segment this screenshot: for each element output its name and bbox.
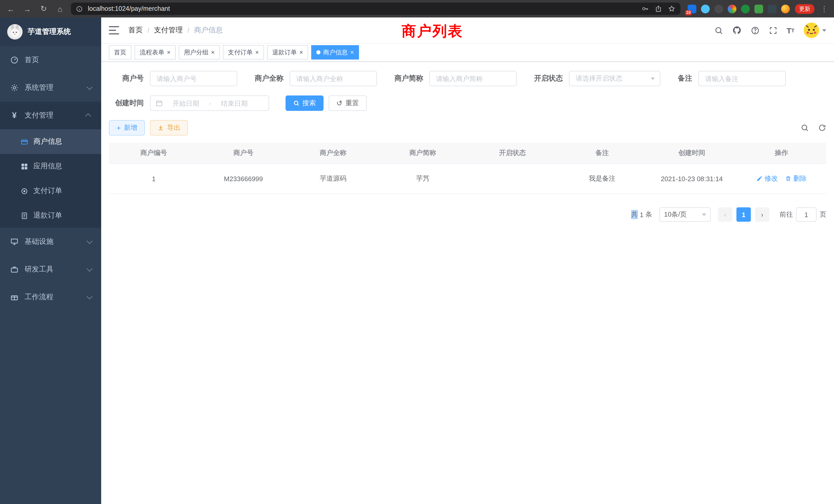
close-icon[interactable] bbox=[350, 49, 354, 55]
fullscreen-icon[interactable] bbox=[769, 26, 777, 35]
sidebar: 芋道管理系统 首页 系统管理 ¥ 支付管理 bbox=[0, 18, 101, 504]
end-date-input[interactable] bbox=[214, 99, 255, 108]
tab-user-group[interactable]: 用户分组 bbox=[179, 45, 220, 60]
github-icon[interactable] bbox=[732, 26, 741, 35]
info-icon[interactable] bbox=[76, 5, 83, 12]
search-icon bbox=[293, 100, 300, 106]
app-title: 芋道管理系统 bbox=[28, 27, 71, 37]
breadcrumb-separator: / bbox=[188, 26, 190, 35]
cell-merchant-no: M233666999 bbox=[198, 175, 288, 182]
tab-process-form[interactable]: 流程表单 bbox=[135, 45, 176, 60]
reset-button-label: 重置 bbox=[345, 98, 359, 108]
refresh-table-icon[interactable] bbox=[818, 124, 826, 132]
browser-menu-icon[interactable] bbox=[820, 5, 829, 13]
sidebar-item-workflow[interactable]: 工作流程 bbox=[0, 283, 101, 311]
sidebar-item-refund-orders[interactable]: 退款订单 bbox=[0, 203, 101, 228]
total-suffix: 条 bbox=[645, 210, 652, 219]
close-icon[interactable] bbox=[211, 49, 215, 55]
create-time-range-picker[interactable]: - bbox=[150, 95, 269, 111]
edit-link[interactable]: 修改 bbox=[756, 174, 778, 183]
breadcrumb-home[interactable]: 首页 bbox=[128, 26, 143, 35]
merchant-no-input[interactable] bbox=[150, 71, 237, 86]
toggle-search-icon[interactable] bbox=[800, 124, 809, 132]
chevron-down-icon bbox=[87, 84, 93, 90]
tab-label: 流程表单 bbox=[140, 48, 164, 57]
extension-icon-check[interactable] bbox=[741, 4, 750, 13]
prev-page-button[interactable]: ‹ bbox=[718, 207, 732, 222]
active-dot bbox=[316, 50, 321, 54]
col-create-time: 创建时间 bbox=[647, 148, 737, 158]
search-icon[interactable] bbox=[714, 26, 723, 35]
full-name-input[interactable] bbox=[290, 71, 377, 86]
home-icon[interactable]: ⌂ bbox=[54, 3, 66, 14]
grid-icon bbox=[21, 162, 28, 170]
delete-link[interactable]: 删除 bbox=[785, 174, 807, 183]
next-page-button[interactable]: › bbox=[755, 207, 769, 222]
pagination: 共 1 条 10条/页 ‹ 1 › 前往 bbox=[109, 207, 826, 222]
gear-icon bbox=[10, 84, 19, 92]
goto-page-input[interactable] bbox=[796, 207, 816, 222]
export-button[interactable]: 导出 bbox=[150, 120, 188, 136]
close-icon[interactable] bbox=[167, 49, 171, 55]
sidebar-item-app-info[interactable]: 应用信息 bbox=[0, 154, 101, 179]
refresh-icon: ↺ bbox=[336, 99, 342, 107]
sidebar-item-system[interactable]: 系统管理 bbox=[0, 74, 101, 101]
extension-icon-green[interactable] bbox=[754, 4, 763, 13]
breadcrumb-payment[interactable]: 支付管理 bbox=[154, 26, 183, 35]
address-bar[interactable] bbox=[71, 3, 680, 15]
extension-icon-dark[interactable] bbox=[714, 4, 723, 13]
user-menu[interactable] bbox=[804, 23, 826, 38]
avatar bbox=[804, 23, 819, 38]
breadcrumb: 首页 / 支付管理 / 商户信息 bbox=[128, 26, 223, 35]
chevron-down-icon bbox=[87, 294, 93, 299]
page-1-button[interactable]: 1 bbox=[737, 207, 751, 222]
sidebar-item-label: 首页 bbox=[25, 55, 39, 65]
breadcrumb-separator: / bbox=[147, 26, 150, 35]
extension-icon-avatar[interactable] bbox=[728, 4, 737, 13]
forward-icon[interactable]: → bbox=[22, 3, 33, 14]
font-size-icon[interactable]: TT bbox=[787, 26, 794, 35]
tab-label: 首页 bbox=[114, 48, 126, 57]
back-icon[interactable]: ← bbox=[5, 3, 17, 14]
browser-update-button[interactable]: 更新 bbox=[795, 4, 814, 14]
pagination-total: 共 1 条 bbox=[631, 210, 652, 219]
help-icon[interactable] bbox=[750, 26, 759, 35]
tab-home[interactable]: 首页 bbox=[109, 45, 131, 60]
password-key-icon[interactable] bbox=[641, 5, 649, 12]
chevron-down-icon bbox=[87, 266, 93, 272]
close-icon[interactable] bbox=[255, 49, 259, 55]
sidebar-item-payment[interactable]: ¥ 支付管理 bbox=[0, 101, 101, 129]
url-input[interactable] bbox=[87, 5, 637, 13]
extension-icon-face[interactable] bbox=[781, 4, 790, 13]
hamburger-icon[interactable] bbox=[109, 26, 119, 35]
share-icon[interactable] bbox=[655, 5, 662, 12]
search-button[interactable]: 搜索 bbox=[286, 95, 324, 111]
tab-label: 用户分组 bbox=[184, 48, 208, 57]
add-button[interactable]: + 新增 bbox=[109, 120, 145, 136]
cell-create-time: 2021-10-23 08:31:14 bbox=[647, 175, 737, 182]
tab-merchant-info[interactable]: 商户信息 bbox=[311, 45, 359, 60]
extension-icon-grid[interactable]: 10 bbox=[688, 4, 696, 13]
sidebar-item-label: 系统管理 bbox=[25, 83, 53, 92]
extension-icon-puzzle[interactable] bbox=[768, 4, 776, 13]
remark-label: 备注 bbox=[672, 74, 692, 83]
sidebar-item-pay-orders[interactable]: 支付订单 bbox=[0, 179, 101, 203]
status-select[interactable]: 请选择开启状态 bbox=[569, 71, 660, 86]
remark-input[interactable] bbox=[698, 71, 786, 86]
bookmark-star-icon[interactable] bbox=[668, 5, 675, 12]
extension-icon-drop[interactable] bbox=[701, 4, 710, 13]
sidebar-item-merchant-info[interactable]: 商户信息 bbox=[0, 129, 101, 154]
sidebar-item-label: 研发工具 bbox=[25, 265, 53, 274]
col-actions: 操作 bbox=[737, 148, 826, 158]
close-icon[interactable] bbox=[300, 49, 303, 55]
sidebar-item-dev-tools[interactable]: 研发工具 bbox=[0, 256, 101, 283]
sidebar-item-home[interactable]: 首页 bbox=[0, 46, 101, 74]
start-date-input[interactable] bbox=[166, 99, 206, 108]
tab-pay-orders[interactable]: 支付订单 bbox=[223, 45, 264, 60]
tab-refund-orders[interactable]: 退款订单 bbox=[267, 45, 308, 60]
reload-icon[interactable]: ↻ bbox=[38, 3, 49, 14]
short-name-input[interactable] bbox=[429, 71, 517, 86]
reset-button[interactable]: ↺ 重置 bbox=[329, 95, 367, 111]
page-size-select[interactable]: 10条/页 bbox=[659, 207, 711, 222]
sidebar-item-infrastructure[interactable]: 基础设施 bbox=[0, 228, 101, 256]
